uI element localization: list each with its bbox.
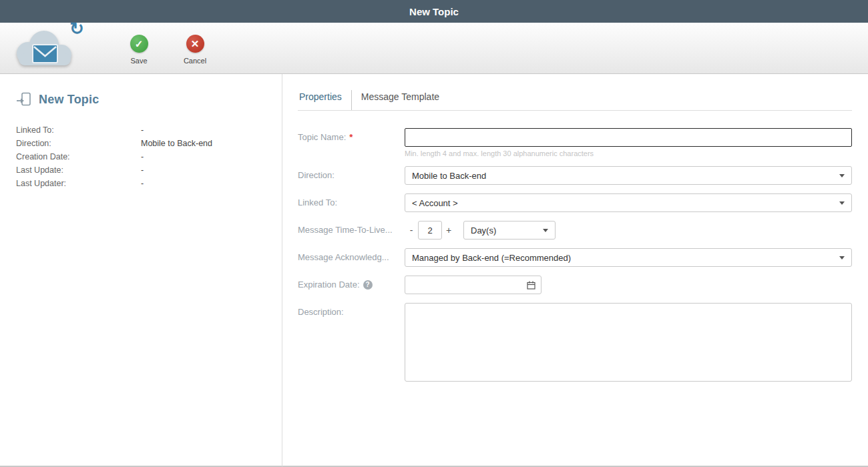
summary-value: - xyxy=(141,150,144,163)
summary-row-creation-date: Creation Date: - xyxy=(16,150,266,163)
expiration-date-label-text: Expiration Date: xyxy=(298,280,360,290)
topic-name-label-text: Topic Name: xyxy=(298,132,346,142)
summary-title-row: New Topic xyxy=(16,91,266,107)
summary-label: Direction: xyxy=(16,137,141,150)
topic-name-field: Min. length 4 and max. length 30 alphanu… xyxy=(405,128,852,157)
summary-label: Creation Date: xyxy=(16,150,141,163)
description-textarea[interactable] xyxy=(405,303,852,382)
detail-panel: Properties Message Template Topic Name: … xyxy=(282,74,868,466)
direction-label-text: Direction: xyxy=(298,170,335,180)
description-field xyxy=(405,303,852,384)
acknowledgement-label-text: Message Acknowledg... xyxy=(298,252,389,262)
summary-panel: New Topic Linked To: - Direction: Mobile… xyxy=(0,74,282,466)
form-row-time-to-live: Message Time-To-Live... - + Day(s) xyxy=(298,221,852,240)
linked-to-dropdown[interactable]: < Account > xyxy=(405,193,852,212)
save-check-icon: ✓ xyxy=(130,35,148,53)
direction-dropdown-value: Mobile to Back-end xyxy=(412,171,486,181)
summary-label: Last Updater: xyxy=(16,177,141,190)
summary-label: Linked To: xyxy=(16,123,141,137)
cancel-x-icon: ✕ xyxy=(186,35,204,53)
form-row-topic-name: Topic Name: * Min. length 4 and max. len… xyxy=(298,128,852,157)
calendar-icon[interactable] xyxy=(527,281,535,290)
cancel-button[interactable]: ✕ Cancel xyxy=(174,35,216,65)
ttl-increment-button[interactable]: + xyxy=(442,221,455,240)
form-row-linked-to: Linked To: < Account > xyxy=(298,193,852,212)
chevron-down-icon xyxy=(839,201,845,205)
form-row-expiration-date: Expiration Date: ? xyxy=(298,276,852,294)
direction-dropdown[interactable]: Mobile to Back-end xyxy=(405,166,852,185)
description-label: Description: xyxy=(298,303,405,317)
summary-value: - xyxy=(141,123,144,137)
app-logo: ↻ xyxy=(11,24,85,73)
summary-value: - xyxy=(141,163,144,177)
summary-value: - xyxy=(141,177,144,190)
direction-label: Direction: xyxy=(298,166,405,180)
acknowledgement-field: Managed by Back-end (=Recommended) xyxy=(405,248,852,267)
description-label-text: Description: xyxy=(298,307,344,317)
linked-to-dropdown-value: < Account > xyxy=(412,198,458,208)
ttl-stepper: - + xyxy=(405,221,455,240)
properties-form: Topic Name: * Min. length 4 and max. len… xyxy=(298,128,852,384)
summary-title: New Topic xyxy=(39,93,99,107)
window-title: New Topic xyxy=(409,6,459,17)
app-window: New Topic ↻ ✓ Save ✕ Cancel xyxy=(0,0,868,467)
sync-icon: ↻ xyxy=(69,20,84,37)
acknowledgement-dropdown[interactable]: Managed by Back-end (=Recommended) xyxy=(405,248,852,267)
topic-name-input[interactable] xyxy=(405,128,852,147)
ttl-unit-dropdown-value: Day(s) xyxy=(471,225,496,236)
topic-name-helper-text: Min. length 4 and max. length 30 alphanu… xyxy=(405,149,852,157)
new-topic-icon xyxy=(16,91,32,107)
direction-field: Mobile to Back-end xyxy=(405,166,852,185)
ttl-decrement-button[interactable]: - xyxy=(405,221,418,240)
summary-fields: Linked To: - Direction: Mobile to Back-e… xyxy=(16,123,266,190)
summary-label: Last Update: xyxy=(16,163,141,177)
summary-row-direction: Direction: Mobile to Back-end xyxy=(16,137,266,150)
tab-message-template[interactable]: Message Template xyxy=(351,90,449,110)
chevron-down-icon xyxy=(543,229,548,232)
help-icon[interactable]: ? xyxy=(363,280,373,290)
ttl-value-input[interactable] xyxy=(418,221,442,240)
form-row-direction: Direction: Mobile to Back-end xyxy=(298,166,852,185)
time-to-live-field: - + Day(s) xyxy=(405,221,852,240)
save-button-label: Save xyxy=(130,57,147,65)
chevron-down-icon xyxy=(839,174,845,177)
expiration-date-label: Expiration Date: ? xyxy=(298,276,405,290)
form-row-acknowledgement: Message Acknowledg... Managed by Back-en… xyxy=(298,248,852,267)
ttl-unit-dropdown[interactable]: Day(s) xyxy=(463,221,556,240)
chevron-down-icon xyxy=(839,256,845,260)
expiration-date-input[interactable] xyxy=(405,276,541,294)
cancel-button-label: Cancel xyxy=(184,57,206,65)
time-to-live-label-text: Message Time-To-Live... xyxy=(298,225,393,235)
save-button[interactable]: ✓ Save xyxy=(118,35,160,65)
required-asterisk: * xyxy=(349,132,353,142)
summary-value: Mobile to Back-end xyxy=(141,137,212,150)
toolbar: ↻ ✓ Save ✕ Cancel xyxy=(0,23,868,74)
tab-bar: Properties Message Template xyxy=(298,90,852,111)
tab-properties[interactable]: Properties xyxy=(298,90,351,110)
summary-row-last-updater: Last Updater: - xyxy=(16,177,266,190)
expiration-date-field xyxy=(405,276,852,294)
acknowledgement-dropdown-value: Managed by Back-end (=Recommended) xyxy=(412,253,571,263)
content-area: New Topic Linked To: - Direction: Mobile… xyxy=(0,74,868,466)
linked-to-field: < Account > xyxy=(405,193,852,212)
acknowledgement-label: Message Acknowledg... xyxy=(298,248,405,262)
topic-name-label: Topic Name: * xyxy=(298,128,405,142)
title-bar: New Topic xyxy=(0,0,868,23)
linked-to-label: Linked To: xyxy=(298,193,405,207)
time-to-live-label: Message Time-To-Live... xyxy=(298,221,405,235)
summary-row-linked-to: Linked To: - xyxy=(16,123,266,137)
linked-to-label-text: Linked To: xyxy=(298,197,337,207)
form-row-description: Description: xyxy=(298,303,852,384)
summary-row-last-update: Last Update: - xyxy=(16,163,266,177)
